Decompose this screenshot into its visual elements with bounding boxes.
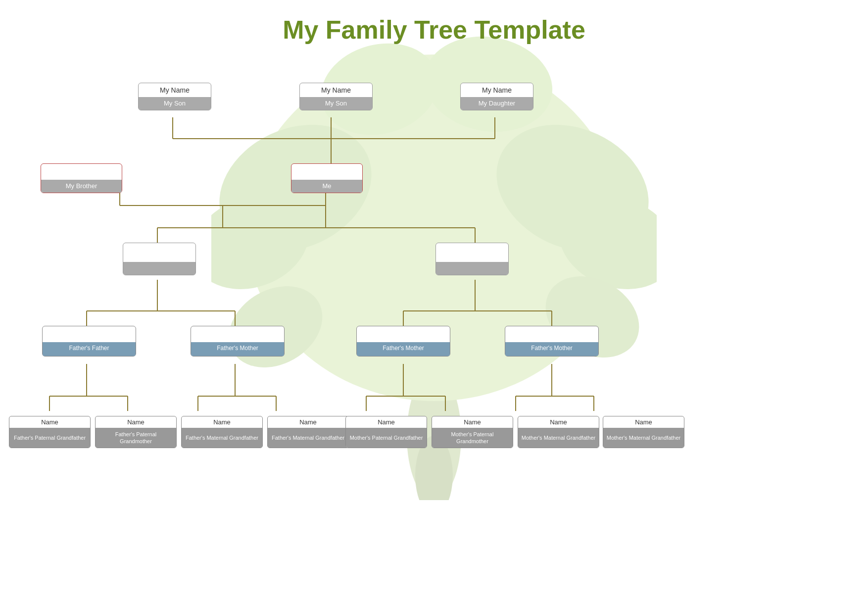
fm-card: Father's Mother (191, 326, 285, 357)
me-label: Me (291, 180, 362, 193)
fm-mg-name: Name (182, 416, 262, 428)
ff-pgm-label: Father's Paternal Grandmother (96, 428, 176, 448)
mm-card: Father's Mother (505, 326, 599, 357)
father-name (123, 243, 195, 262)
mother-label (436, 262, 508, 275)
mm-mg-name: Name (518, 416, 599, 428)
son1-card: My Name My Son (138, 83, 211, 110)
fm-mgm-label: Father's Maternal Grandfather (268, 428, 348, 448)
mf-pg-card: Name Mother's Paternal Grandfather (345, 416, 427, 448)
son2-card: My Name My Son (299, 83, 373, 110)
mf-pgm-name: Name (432, 416, 513, 428)
mm-mg-card: Name Mother's Maternal Grandfather (518, 416, 599, 448)
me-card: Me (291, 163, 363, 193)
mm-label: Father's Mother (505, 342, 598, 356)
father-card (123, 243, 196, 275)
ff-pg-label: Father's Paternal Grandfather (9, 428, 90, 448)
fm-label: Father's Mother (191, 342, 284, 356)
fm-mg-card: Name Father's Maternal Grandfather (181, 416, 263, 448)
fm-mgm-card: Name Father's Maternal Grandfather (267, 416, 349, 448)
daughter-label: My Daughter (461, 97, 533, 110)
me-name (291, 164, 362, 180)
mf-pg-name: Name (346, 416, 427, 428)
ff-name (43, 326, 136, 342)
ff-pg-card: Name Father's Paternal Grandfather (9, 416, 91, 448)
mf-pgm-card: Name Mother's Paternal Grandmother (432, 416, 513, 448)
ff-pg-name: Name (9, 416, 90, 428)
brother-label: My Brother (41, 180, 122, 193)
mother-name (436, 243, 508, 262)
mf-pgm-label: Mother's Paternal Grandmother (432, 428, 513, 448)
ff-label: Father's Father (43, 342, 136, 356)
mf-pg-label: Mother's Paternal Grandfather (346, 428, 427, 448)
father-label (123, 262, 195, 275)
mm-mg-label: Mother's Maternal Grandfather (518, 428, 599, 448)
son2-name: My Name (300, 83, 372, 97)
mm-name (505, 326, 598, 342)
mf-card: Father's Mother (356, 326, 450, 357)
fm-mg-label: Father's Maternal Grandfather (182, 428, 262, 448)
fm-mgm-name: Name (268, 416, 348, 428)
son1-label: My Son (139, 97, 211, 110)
ff-pgm-card: Name Father's Paternal Grandmother (95, 416, 177, 448)
brother-card: My Brother (41, 163, 122, 193)
daughter-card: My Name My Daughter (460, 83, 533, 110)
ff-card: Father's Father (42, 326, 136, 357)
mother-card (435, 243, 509, 275)
son2-label: My Son (300, 97, 372, 110)
mm-mgm-name: Name (603, 416, 684, 428)
ff-pgm-name: Name (96, 416, 176, 428)
mf-label: Father's Mother (357, 342, 450, 356)
brother-name (41, 164, 122, 180)
son1-name: My Name (139, 83, 211, 97)
page-title: My Family Tree Template (0, 0, 868, 45)
mm-mgm-card: Name Mother's Maternal Grandfather (603, 416, 684, 448)
daughter-name: My Name (461, 83, 533, 97)
mm-mgm-label: Mother's Maternal Grandfather (603, 428, 684, 448)
mf-name (357, 326, 450, 342)
fm-name (191, 326, 284, 342)
